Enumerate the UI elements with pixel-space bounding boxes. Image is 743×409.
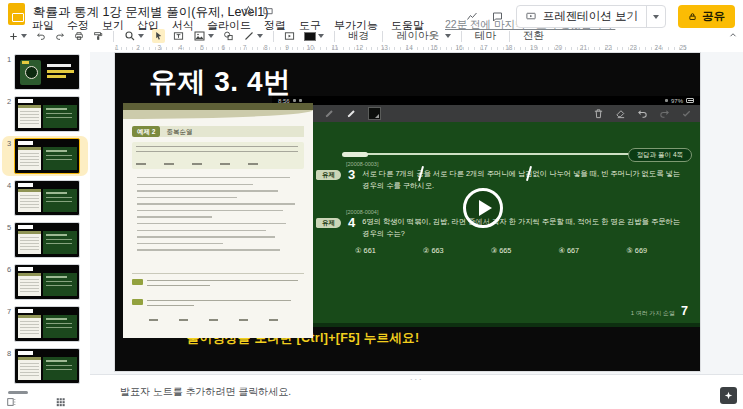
slide-thumbnail[interactable] (14, 348, 80, 384)
thumb-green-panel (43, 147, 77, 170)
thumb-green-panel (43, 189, 77, 212)
slide-thumbnail[interactable] (14, 222, 80, 258)
transition-button[interactable]: 전환 (519, 29, 548, 43)
page-number: 7 (681, 304, 688, 318)
status-notification-icon (293, 99, 296, 102)
theme-button[interactable]: 테마 (471, 29, 500, 43)
notes-placeholder[interactable]: 발표자 노트를 추가하려면 클릭하세요. (120, 385, 291, 399)
layout-button-label: 레이아웃 (393, 29, 443, 43)
ruler-tick-number: 10 (307, 44, 314, 51)
slide-thumbnail-row-3-selected[interactable]: 3 (2, 136, 88, 176)
slide-thumbnail[interactable] (14, 180, 80, 216)
solution-video-frame[interactable]: 8:56 97% (272, 96, 700, 331)
toolbar-separator (461, 31, 462, 42)
new-slide-button[interactable] (7, 29, 28, 43)
insert-line-button[interactable] (242, 29, 264, 43)
notes-drag-handle[interactable]: ··· (410, 374, 424, 384)
chevron-down-icon (445, 34, 451, 38)
redo-icon[interactable] (54, 29, 66, 43)
slide-thumbnail-row-2[interactable]: 2 (2, 94, 88, 134)
explore-icon (724, 391, 733, 400)
present-dropdown[interactable] (646, 6, 665, 27)
redo-icon (659, 108, 670, 119)
slides-logo-icon[interactable] (8, 3, 25, 25)
ruler-tick-number: 20 (555, 44, 562, 51)
ruler-tick-number: 13 (381, 44, 388, 51)
video-play-button[interactable] (463, 188, 503, 228)
explore-button[interactable] (720, 387, 737, 404)
print-icon[interactable] (73, 29, 85, 43)
slide-number: 5 (4, 222, 14, 232)
ruler-tick-number: 5 (200, 44, 204, 51)
background-button[interactable]: 배경 (344, 29, 373, 43)
slide-thumbnail[interactable] (14, 96, 80, 132)
image-icon (193, 30, 206, 42)
zoom-tool-button[interactable] (123, 29, 145, 43)
slide-thumbnail[interactable] (14, 264, 80, 300)
thumb-green-panel (43, 315, 77, 338)
eraser-icon (615, 108, 626, 119)
border-color-button[interactable] (303, 29, 325, 43)
current-slide[interactable]: 유제 3. 4번 예제 2 중복순열 (115, 53, 700, 371)
move-folder-icon[interactable] (262, 5, 274, 16)
text-box-icon[interactable] (172, 29, 185, 43)
ruler-tick-number: 9 (285, 44, 289, 51)
ruler-tick-number: 16 (455, 44, 462, 51)
thumb-text-line (47, 75, 66, 78)
worksheet-header-band (123, 103, 313, 110)
ruler-numbers: 1234567891011121314151617181920212223242… (115, 44, 687, 51)
slide-thumbnail-row-6[interactable]: 6 (2, 262, 88, 302)
insert-image-button[interactable] (192, 29, 215, 43)
filmstrip-scrollbar[interactable] (8, 391, 28, 394)
undo-icon[interactable] (35, 29, 47, 43)
undo-icon (637, 108, 648, 119)
thumb-green-panel (43, 273, 77, 296)
thumb-green-panel (43, 105, 77, 128)
slide-thumbnail-row-5[interactable]: 5 (2, 220, 88, 260)
toolbar-separator (509, 31, 510, 42)
ruler-tick-number: 23 (630, 44, 637, 51)
present-button[interactable]: 프레젠테이션 보기 (516, 5, 666, 28)
example-badge: 예제 2 (132, 126, 160, 137)
chapter-label: 1 여러 가지 순열 (631, 309, 675, 318)
activity-chart-icon[interactable] (465, 11, 479, 23)
status-notification-icon (299, 99, 302, 102)
speaker-notes-panel[interactable]: ··· 발표자 노트를 추가하려면 클릭하세요. (90, 374, 743, 409)
problem-code: [20008-0004] (346, 209, 690, 215)
select-cursor-button[interactable] (152, 29, 165, 43)
thumb-title-bar (18, 225, 33, 229)
star-icon[interactable] (243, 5, 254, 16)
ruler-tick-number: 7 (243, 44, 247, 51)
insert-shape-icon[interactable] (222, 29, 235, 43)
page-footer: 1 여러 가지 순열 7 (631, 304, 688, 318)
share-button[interactable]: 공유 (678, 5, 735, 28)
thumb-title-bar (18, 141, 33, 145)
slide-thumbnail[interactable] (14, 54, 80, 90)
slide-thumbnail-row-4[interactable]: 4 (2, 178, 88, 218)
ruler: 1234567891011121314151617181920212223242… (90, 44, 743, 52)
insert-video-icon[interactable] (283, 29, 296, 43)
comment-icon[interactable] (491, 11, 504, 23)
slide-thumbnail-row-1[interactable]: 1 (2, 52, 88, 92)
grid-view-icon[interactable] (55, 397, 66, 407)
paint-format-icon[interactable] (92, 29, 104, 43)
thumb-title-bar (18, 267, 33, 271)
problem-3: [20008-0003] 유제 3 서로 다른 7개의 공을 서로 다른 2개의… (316, 161, 690, 191)
color-swatch (304, 32, 316, 41)
layout-button[interactable]: 레이아웃 (392, 29, 452, 43)
slide-thumbnail-row-7[interactable]: 7 (2, 304, 88, 344)
slide-thumbnail-row-8[interactable]: 8 (2, 346, 88, 386)
thumb-worksheet (18, 315, 41, 338)
view-switcher (6, 397, 66, 407)
worksheet-badge-chip (132, 279, 143, 285)
thumb-worksheet (18, 105, 41, 128)
collapse-toolbar-icon[interactable] (728, 30, 738, 40)
problem-number: 3 (348, 168, 355, 182)
slide-thumbnail[interactable] (14, 138, 80, 174)
filmstrip-view-icon[interactable] (6, 397, 17, 407)
ruler-tick-number: 12 (356, 44, 363, 51)
slide-thumbnail[interactable] (14, 306, 80, 342)
problem-code: [20008-0003] (346, 161, 690, 167)
line-icon (243, 30, 255, 42)
toolbar-separator (382, 31, 383, 42)
